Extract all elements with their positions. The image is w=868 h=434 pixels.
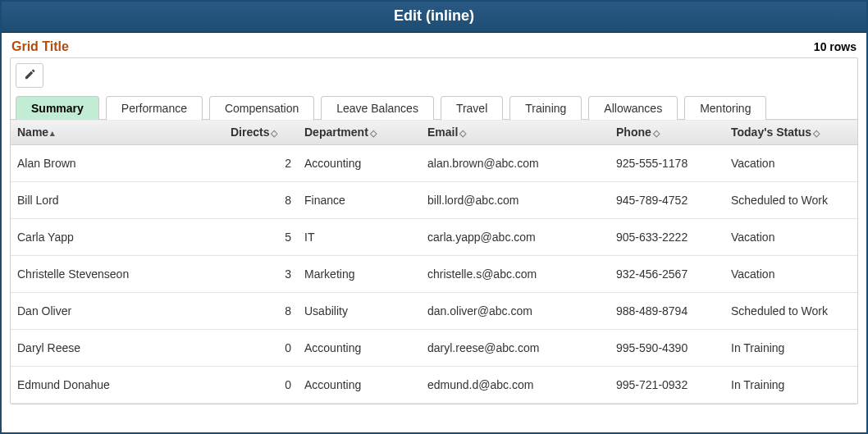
cell-phone: 945-789-4752 [610,182,724,219]
cell-directs: 2 [224,145,298,182]
cell-directs: 0 [224,330,298,367]
cell-phone: 995-721-0932 [610,367,724,404]
sort-icon: ◇ [459,128,466,138]
grid-title: Grid Title [11,39,69,54]
cell-phone: 925-555-1178 [610,145,724,182]
cell-directs: 8 [224,293,298,330]
cell-name: Bill Lord [11,182,224,219]
cell-directs: 3 [224,256,298,293]
cell-dept: Accounting [298,330,421,367]
cell-name: Christelle Stevenseon [11,256,224,293]
tab-label: Summary [31,102,84,115]
cell-dept: IT [298,219,421,256]
table-row[interactable]: Alan Brown 2 Accounting alan.brown@abc.c… [11,145,857,182]
col-label: Today's Status [731,126,811,139]
tab-label: Travel [456,102,487,115]
cell-email: dan.oliver@abc.com [421,293,610,330]
cell-name: Dan Oliver [11,293,224,330]
cell-email: daryl.reese@abc.com [421,330,610,367]
cell-email: alan.brown@abc.com [421,145,610,182]
col-header-department[interactable]: Department◇ [298,120,421,145]
cell-dept: Usability [298,293,421,330]
col-header-status[interactable]: Today's Status◇ [724,120,857,145]
cell-dept: Marketing [298,256,421,293]
col-header-directs[interactable]: Directs◇ [224,120,298,145]
tab-label: Leave Balances [336,102,418,115]
tab-summary[interactable]: Summary [16,96,99,120]
cell-name: Daryl Reese [11,330,224,367]
cell-email: carla.yapp@abc.com [421,219,610,256]
cell-status: In Training [724,330,857,367]
tab-leave-balances[interactable]: Leave Balances [321,96,434,120]
table-row[interactable]: Edmund Donahue 0 Accounting edmund.d@abc… [11,367,857,404]
cell-phone: 988-489-8794 [610,293,724,330]
tab-mentoring[interactable]: Mentoring [684,96,766,120]
col-header-email[interactable]: Email◇ [421,120,610,145]
sort-icon: ◇ [653,128,660,138]
cell-directs: 8 [224,182,298,219]
table-row[interactable]: Carla Yapp 5 IT carla.yapp@abc.com 905-6… [11,219,857,256]
sort-icon: ◇ [271,128,277,138]
cell-name: Alan Brown [11,145,224,182]
cell-phone: 995-590-4390 [610,330,724,367]
col-label: Name [17,126,48,139]
cell-name: Carla Yapp [11,219,224,256]
cell-status: Vacation [724,145,857,182]
cell-phone: 905-633-2222 [610,219,724,256]
tab-label: Training [525,102,566,115]
cell-dept: Accounting [298,145,421,182]
col-label: Directs [231,126,269,139]
col-label: Department [304,126,368,139]
tab-label: Performance [121,102,187,115]
sort-icon: ◇ [370,128,377,138]
banner-title: Edit (inline) [394,7,474,24]
table-row[interactable]: Daryl Reese 0 Accounting daryl.reese@abc… [11,330,857,367]
cell-status: Vacation [724,256,857,293]
grid-container: Summary Performance Compensation Leave B… [10,57,858,404]
cell-name: Edmund Donahue [11,367,224,404]
tab-label: Mentoring [700,102,751,115]
sort-icon: ◇ [813,128,820,138]
cell-status: Vacation [724,219,857,256]
tab-allowances[interactable]: Allowances [588,96,678,120]
col-label: Email [427,126,458,139]
cell-phone: 932-456-2567 [610,256,724,293]
cell-status: In Training [724,367,857,404]
cell-status: Scheduled to Work [724,182,857,219]
tab-performance[interactable]: Performance [106,96,203,120]
sort-asc-icon: ▴ [50,128,55,138]
page-banner: Edit (inline) [2,2,866,33]
cell-email: edmund.d@abc.com [421,367,610,404]
tab-label: Allowances [604,102,662,115]
app-frame: Edit (inline) Grid Title 10 rows Summary… [0,0,868,434]
col-label: Phone [616,126,651,139]
cell-email: christelle.s@abc.com [421,256,610,293]
cell-dept: Finance [298,182,421,219]
table-row[interactable]: Bill Lord 8 Finance bill.lord@abc.com 94… [11,182,857,219]
grid-tabs: Summary Performance Compensation Leave B… [11,88,857,119]
cell-status: Scheduled to Work [724,293,857,330]
tab-travel[interactable]: Travel [441,96,503,120]
edit-button[interactable] [16,63,43,88]
tab-compensation[interactable]: Compensation [209,96,314,120]
col-header-name[interactable]: Name▴ [11,120,224,145]
pencil-icon [24,68,36,83]
grid-row-count: 10 rows [814,40,857,53]
cell-email: bill.lord@abc.com [421,182,610,219]
table-row[interactable]: Dan Oliver 8 Usability dan.oliver@abc.co… [11,293,857,330]
header-row: Name▴ Directs◇ Department◇ Email◇ Phone◇… [11,120,857,145]
col-header-phone[interactable]: Phone◇ [610,120,724,145]
tab-training[interactable]: Training [509,96,582,120]
grid-body: Alan Brown 2 Accounting alan.brown@abc.c… [11,145,857,404]
table-row[interactable]: Christelle Stevenseon 3 Marketing christ… [11,256,857,293]
cell-dept: Accounting [298,367,421,404]
grid-toolbar [11,58,857,88]
data-grid: Name▴ Directs◇ Department◇ Email◇ Phone◇… [11,119,857,404]
cell-directs: 5 [224,219,298,256]
tab-label: Compensation [225,102,299,115]
grid-titlebar: Grid Title 10 rows [2,33,866,57]
cell-directs: 0 [224,367,298,404]
